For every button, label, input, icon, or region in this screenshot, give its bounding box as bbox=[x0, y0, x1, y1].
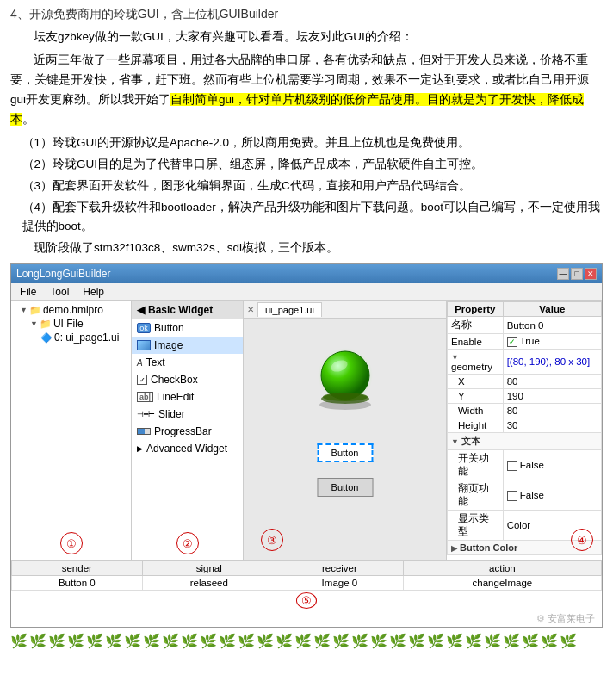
prop-header-value: Value bbox=[503, 302, 601, 317]
watermark-icon: ⚙ bbox=[536, 613, 545, 623]
tree-arrow-demo: ▼ bbox=[20, 306, 28, 314]
prop-cell-flippage-label: 翻页功能 bbox=[448, 480, 504, 511]
widget-label-text: Text bbox=[146, 356, 165, 369]
folder-icon-uifile: 📁 bbox=[40, 319, 52, 330]
window-menu: File Tool Help bbox=[11, 283, 602, 301]
prop-row-height: Height bbox=[448, 418, 602, 433]
window-controls: — □ ✕ bbox=[557, 268, 597, 280]
label-1: ① bbox=[60, 532, 83, 554]
menu-file[interactable]: File bbox=[13, 284, 43, 300]
close-button[interactable]: ✕ bbox=[585, 268, 597, 280]
canvas-button-selected[interactable]: Button bbox=[317, 443, 373, 462]
switch-checkbox-icon[interactable]: □ bbox=[507, 461, 517, 471]
properties-table: Property Value 名称 Button 0 Enable ✓ True bbox=[447, 301, 602, 555]
x-input[interactable] bbox=[507, 376, 598, 387]
widget-item-progressbar[interactable]: ProgressBar bbox=[132, 423, 243, 440]
geometry-label-text: geometry bbox=[451, 362, 492, 372]
canvas-close-icon[interactable]: ✕ bbox=[247, 305, 254, 314]
widget-item-image[interactable]: Image bbox=[132, 337, 243, 354]
prop-row-switch: 开关功能 □ False bbox=[448, 450, 602, 480]
signal-header-action: action bbox=[403, 561, 601, 576]
tree-item-page1[interactable]: 🔷 0: ui_page1.ui bbox=[13, 331, 129, 344]
bottom-decor-bar: 🌿🌿🌿🌿🌿🌿🌿🌿🌿🌿🌿🌿🌿🌿🌿🌿🌿🌿🌿🌿🌿🌿🌿🌿🌿🌿🌿🌿🌿🌿 bbox=[10, 633, 603, 650]
prop-row-width: Width bbox=[448, 404, 602, 418]
widget-item-slider[interactable]: ⊣━⊢ Slider bbox=[132, 406, 243, 423]
prop-cell-x-value[interactable] bbox=[503, 375, 601, 389]
prop-cell-x-label: X bbox=[448, 375, 504, 389]
signal-header-signal: signal bbox=[142, 561, 276, 576]
canvas-button-normal[interactable]: Button bbox=[317, 478, 373, 497]
article-section: 4、开源免费商用的玲珑GUI，含上位机GUIBuilder 坛友gzbkey做的… bbox=[0, 0, 613, 258]
label-5-container: ⑤ bbox=[11, 591, 602, 610]
geometry-expand-arrow[interactable]: ▼ bbox=[451, 353, 459, 362]
button-icon: ok bbox=[137, 323, 151, 333]
widget-item-advanced[interactable]: ▶ Advanced Widget bbox=[132, 440, 243, 457]
prop-cell-flippage-value: □ False bbox=[503, 480, 601, 511]
green-ball-svg bbox=[311, 344, 380, 413]
prop-cell-y-value[interactable] bbox=[503, 389, 601, 404]
btncolor-label: Button Color bbox=[460, 542, 517, 553]
signal-table: sender signal receiver action Button 0 r… bbox=[11, 561, 602, 591]
widget-label-slider: Slider bbox=[158, 408, 185, 420]
widget-item-text[interactable]: A Text bbox=[132, 354, 243, 371]
intro-para1: 坛友gzbkey做的一款GUI，大家有兴趣可以看看。坛友对此GUI的介绍： bbox=[10, 28, 603, 47]
bottom-decor-text: 🌿🌿🌿🌿🌿🌿🌿🌿🌿🌿🌿🌿🌿🌿🌿🌿🌿🌿🌿🌿🌿🌿🌿🌿🌿🌿🌿🌿🌿🌿 bbox=[10, 635, 603, 648]
prop-row-flippage: 翻页功能 □ False bbox=[448, 480, 602, 511]
note-para: 现阶段做了stm32f103c8、swm32s、sdl模拟，三个版本。 bbox=[10, 238, 603, 258]
signal-row-0: Button 0 relaseed Image 0 changeImage bbox=[12, 576, 602, 591]
progressbar-icon bbox=[137, 428, 151, 435]
y-input[interactable] bbox=[507, 391, 598, 401]
intro-para2: 近两三年做了一些屏幕项目，用过各大品牌的串口屏，各有优势和缺点，但对于开发人员来… bbox=[10, 51, 603, 130]
article-title: 4、开源免费商用的玲珑GUI，含上位机GUIBuilder bbox=[10, 7, 603, 22]
widget-item-button[interactable]: ok Button bbox=[132, 319, 243, 337]
widget-item-lineedit[interactable]: ab| LineEdit bbox=[132, 388, 243, 406]
widget-label-lineedit: LineEdit bbox=[157, 391, 194, 403]
widget-header-label: Basic Widget bbox=[148, 304, 213, 316]
canvas-tab-item[interactable]: ui_page1.ui bbox=[257, 302, 322, 317]
prop-cell-text-section: ▼ 文本 bbox=[448, 433, 602, 450]
enable-checkbox-icon[interactable]: ✓ bbox=[507, 337, 517, 347]
window-title-text: LongLongGuiBuilder bbox=[16, 268, 110, 280]
image-icon bbox=[137, 340, 151, 350]
signal-cell-signal: relaseed bbox=[142, 576, 276, 591]
width-input[interactable] bbox=[507, 406, 598, 416]
list-item-2: （2）玲珑GUI目的是为了代替串口屏、组态屏，降低产品成本，产品软硬件自主可控。 bbox=[10, 155, 603, 175]
tree-item-demo[interactable]: ▼ 📁 demo.hmipro bbox=[13, 303, 129, 317]
prop-cell-displaytype-label: 显示类型 bbox=[448, 511, 504, 541]
tree-item-uifile[interactable]: ▼ 📁 UI File bbox=[13, 317, 129, 331]
prop-cell-height-value[interactable] bbox=[503, 418, 601, 433]
widget-label-checkbox: CheckBox bbox=[151, 374, 198, 386]
flippage-checkbox-icon[interactable]: □ bbox=[507, 491, 517, 501]
label-5: ⑤ bbox=[296, 592, 317, 609]
checkbox-icon: ✓ bbox=[137, 375, 147, 385]
menu-tool[interactable]: Tool bbox=[43, 284, 76, 300]
widget-label-advanced: Advanced Widget bbox=[146, 443, 227, 455]
signal-cell-sender: Button 0 bbox=[12, 576, 143, 591]
height-input[interactable] bbox=[507, 420, 598, 431]
widget-header-arrow: ◀ bbox=[137, 304, 145, 316]
list-item-1: （1）玲珑GUI的开源协议是Apache-2.0，所以商用免费。并且上位机也是免… bbox=[10, 133, 603, 153]
window-body: ▼ 📁 demo.hmipro ▼ 📁 UI File 🔷 0: ui_page… bbox=[11, 301, 602, 560]
panel-widgets: ◀ Basic Widget ok Button Image A Text ✓ … bbox=[132, 301, 244, 560]
maximize-button[interactable]: □ bbox=[571, 268, 583, 280]
watermark-text: 安富莱电子 bbox=[548, 613, 595, 623]
widget-label-button: Button bbox=[154, 322, 184, 334]
canvas-tab: ✕ ui_page1.ui bbox=[244, 301, 446, 319]
menu-help[interactable]: Help bbox=[76, 284, 111, 300]
panel-filetree: ▼ 📁 demo.hmipro ▼ 📁 UI File 🔷 0: ui_page… bbox=[11, 301, 132, 560]
tree-label-demo: demo.hmipro bbox=[43, 304, 103, 316]
app-window: LongLongGuiBuilder — □ ✕ File Tool Help … bbox=[10, 263, 603, 628]
prop-cell-name-value: Button 0 bbox=[503, 317, 601, 334]
canvas-area[interactable]: Button Button ③ bbox=[244, 319, 446, 560]
prop-cell-width-value[interactable] bbox=[503, 404, 601, 418]
prop-cell-switch-label: 开关功能 bbox=[448, 450, 504, 480]
btncolor-expand-arrow[interactable]: ▶ bbox=[451, 544, 457, 553]
list-item-4: （4）配套下载升级软件和bootloader，解决产品升级功能和图片下载问题。b… bbox=[10, 198, 603, 238]
prop-header-property: Property bbox=[448, 302, 504, 317]
signal-header-receiver: receiver bbox=[276, 561, 403, 576]
text-section-label: 文本 bbox=[461, 436, 480, 446]
text-expand-arrow[interactable]: ▼ bbox=[451, 437, 459, 446]
minimize-button[interactable]: — bbox=[557, 268, 569, 280]
panel-props: Property Value 名称 Button 0 Enable ✓ True bbox=[447, 301, 602, 560]
widget-item-checkbox[interactable]: ✓ CheckBox bbox=[132, 371, 243, 388]
